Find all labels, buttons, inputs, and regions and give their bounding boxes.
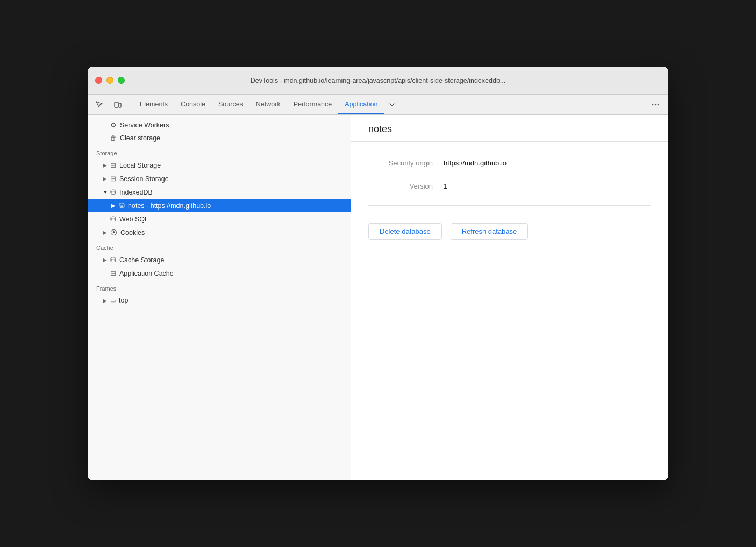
storage-section-label: Storage [88, 145, 351, 159]
svg-point-2 [652, 104, 654, 105]
minimize-button[interactable] [106, 77, 113, 84]
tabsbar: Elements Console Sources Network Perform… [88, 95, 668, 115]
tab-sources[interactable]: Sources [212, 95, 249, 114]
expand-arrow: ▶ [111, 203, 119, 208]
security-origin-row: Security origin https://mdn.github.io [368, 159, 651, 167]
sidebar-item-cache-storage[interactable]: ▶ ⛁ Cache Storage [88, 253, 351, 267]
tab-network[interactable]: Network [249, 95, 287, 114]
devtools-icons [92, 95, 131, 114]
security-origin-value: https://mdn.github.io [444, 159, 507, 167]
expand-arrow: ▶ [103, 176, 110, 182]
inspect-icon[interactable] [92, 97, 107, 112]
tab-application[interactable]: Application [338, 95, 384, 114]
tab-console[interactable]: Console [174, 95, 212, 114]
delete-database-button[interactable]: Delete database [368, 223, 442, 240]
appgrid-icon: ⊟ [110, 269, 116, 277]
devtools-menu-button[interactable] [647, 95, 664, 114]
svg-point-4 [658, 104, 659, 105]
version-value: 1 [444, 182, 447, 190]
devtools-window: DevTools - mdn.github.io/learning-area/j… [88, 67, 668, 480]
version-label: Version [368, 182, 444, 190]
sidebar-item-local-storage[interactable]: ▶ ⊞ Local Storage [88, 159, 351, 172]
svg-rect-0 [115, 102, 118, 107]
expand-arrow: ▶ [103, 229, 110, 235]
panel-body: Security origin https://mdn.github.io Ve… [351, 142, 668, 257]
cache-section-label: Cache [88, 239, 351, 253]
divider [368, 205, 651, 206]
expand-arrow: ▶ [103, 162, 110, 168]
sidebar-item-top-frame[interactable]: ▶ ▭ top [88, 294, 351, 307]
svg-rect-1 [119, 103, 121, 107]
grid-icon: ⊞ [110, 161, 116, 169]
sidebar-item-app-cache[interactable]: ⊟ Application Cache [88, 267, 351, 280]
expand-arrow: ▶ [103, 298, 110, 304]
action-buttons: Delete database Refresh database [368, 223, 651, 240]
more-tabs-button[interactable] [384, 95, 400, 114]
expand-arrow: ▶ [103, 257, 110, 263]
cache-icon: ⛁ [110, 256, 116, 264]
tab-elements[interactable]: Elements [133, 95, 174, 114]
main-panel: notes Security origin https://mdn.github… [351, 115, 668, 480]
expand-arrow: ▼ [103, 189, 110, 195]
workers-icon: ⚙ [110, 121, 117, 129]
security-origin-label: Security origin [368, 159, 444, 167]
sidebar-item-service-workers[interactable]: ⚙ Service Workers [88, 118, 351, 132]
main-content: ⚙ Service Workers 🗑 Clear storage Storag… [88, 115, 668, 480]
traffic-lights [95, 77, 125, 84]
version-row: Version 1 [368, 182, 651, 190]
frame-icon: ▭ [110, 297, 116, 304]
panel-title: notes [351, 115, 668, 142]
close-button[interactable] [95, 77, 102, 84]
trash-icon: 🗑 [110, 134, 117, 142]
sidebar: ⚙ Service Workers 🗑 Clear storage Storag… [88, 115, 351, 480]
sidebar-item-session-storage[interactable]: ▶ ⊞ Session Storage [88, 172, 351, 185]
db-icon: ⛁ [119, 201, 125, 210]
sidebar-item-indexeddb[interactable]: ▼ ⛁ IndexedDB [88, 185, 351, 199]
maximize-button[interactable] [118, 77, 125, 84]
sidebar-item-cookies[interactable]: ▶ ⦿ Cookies [88, 226, 351, 239]
tab-performance[interactable]: Performance [287, 95, 339, 114]
device-icon[interactable] [110, 97, 125, 112]
sidebar-item-clear-storage[interactable]: 🗑 Clear storage [88, 132, 351, 145]
sidebar-item-websql[interactable]: ⛁ Web SQL [88, 212, 351, 226]
db-icon: ⛁ [110, 215, 116, 223]
cookie-icon: ⦿ [110, 228, 117, 236]
grid-icon: ⊞ [110, 175, 116, 183]
frames-section-label: Frames [88, 280, 351, 294]
sidebar-item-notes-db[interactable]: ▶ ⛁ notes - https://mdn.github.io [88, 199, 351, 212]
window-title: DevTools - mdn.github.io/learning-area/j… [88, 77, 668, 84]
db-icon: ⛁ [110, 188, 116, 196]
svg-point-3 [655, 104, 657, 105]
refresh-database-button[interactable]: Refresh database [451, 223, 529, 240]
titlebar: DevTools - mdn.github.io/learning-area/j… [88, 67, 668, 95]
